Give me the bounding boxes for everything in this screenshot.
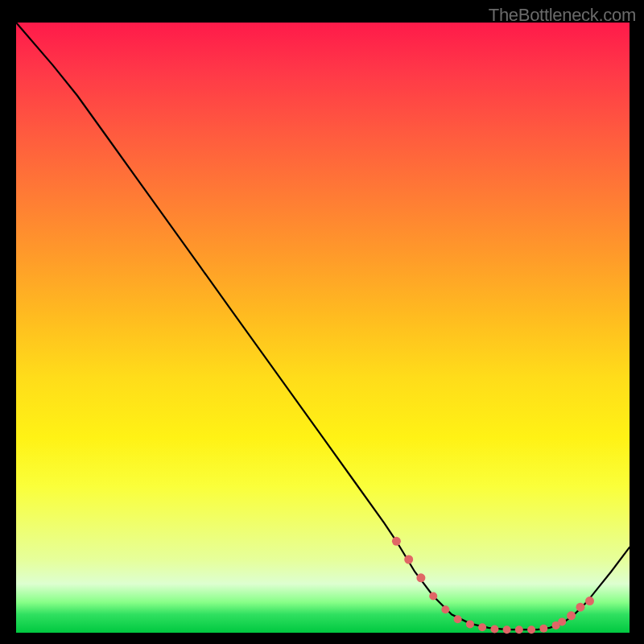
chart-svg (16, 23, 630, 633)
marker-dot (558, 617, 566, 625)
bottleneck-curve (16, 23, 630, 630)
chart-plot-area (16, 23, 630, 633)
marker-dot (454, 615, 462, 623)
marker-dot (441, 605, 449, 613)
marker-dot (567, 611, 576, 620)
marker-dot (585, 597, 594, 605)
marker-dot (466, 620, 474, 628)
marker-dot (478, 623, 486, 631)
highlight-markers (392, 537, 594, 634)
marker-dot (392, 537, 401, 546)
marker-dot (503, 625, 511, 634)
marker-dot (539, 625, 547, 633)
watermark-text: TheBottleneck.com (489, 5, 636, 26)
marker-dot (576, 603, 585, 612)
marker-dot (404, 555, 413, 564)
marker-dot (416, 573, 425, 582)
marker-dot (429, 592, 437, 601)
marker-dot (515, 625, 523, 634)
marker-dot (527, 625, 535, 634)
marker-dot (490, 625, 498, 634)
